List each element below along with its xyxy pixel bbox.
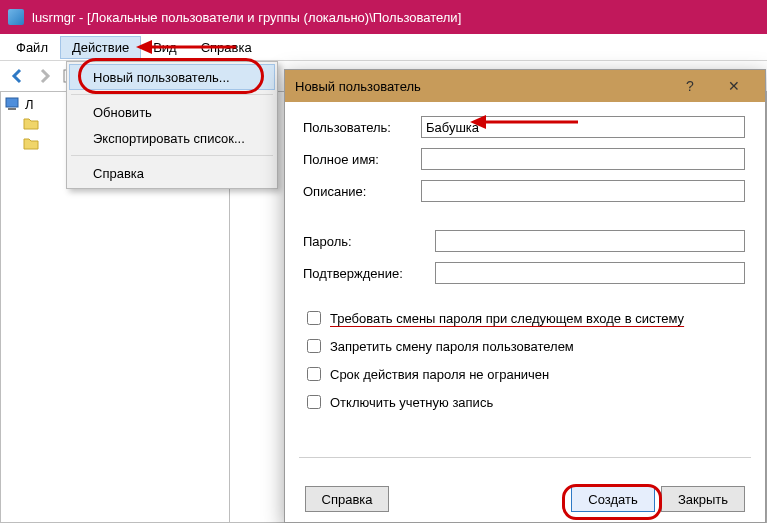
label-user: Пользователь: <box>303 120 421 135</box>
dialog-close-button[interactable]: ✕ <box>713 71 755 101</box>
dropdown-export[interactable]: Экспортировать список... <box>69 125 275 151</box>
label-fullname: Полное имя: <box>303 152 421 167</box>
confirm-field[interactable] <box>435 262 745 284</box>
computer-icon <box>5 96 21 112</box>
menu-file[interactable]: Файл <box>4 36 60 59</box>
label-description: Описание: <box>303 184 421 199</box>
new-user-dialog: Новый пользователь ? ✕ Пользователь: Пол… <box>284 69 766 523</box>
menu-help[interactable]: Справка <box>189 36 264 59</box>
app-icon <box>8 9 24 25</box>
dropdown-help[interactable]: Справка <box>69 160 275 186</box>
menu-action[interactable]: Действие <box>60 36 141 59</box>
dropdown-separator <box>71 155 273 156</box>
dialog-help-button[interactable]: ? <box>669 71 711 101</box>
svg-rect-4 <box>6 98 18 107</box>
folder-icon <box>23 116 39 132</box>
chk-cannot-change[interactable] <box>307 339 321 353</box>
window-title: lusrmgr - [Локальные пользователи и груп… <box>32 10 461 25</box>
label-confirm: Подтверждение: <box>303 266 435 281</box>
chk-cannot-change-label: Запретить смену пароля пользователем <box>330 339 574 354</box>
dropdown-new-user[interactable]: Новый пользователь... <box>69 64 275 90</box>
create-button[interactable]: Создать <box>571 486 655 512</box>
dropdown-refresh[interactable]: Обновить <box>69 99 275 125</box>
forward-button[interactable] <box>34 66 54 86</box>
chk-disabled[interactable] <box>307 395 321 409</box>
dropdown-separator <box>71 94 273 95</box>
chk-must-change-label: Требовать смены пароля при следующем вхо… <box>330 311 684 326</box>
dialog-separator <box>299 457 751 458</box>
back-button[interactable] <box>8 66 28 86</box>
svg-rect-5 <box>8 108 16 110</box>
action-dropdown: Новый пользователь... Обновить Экспортир… <box>66 61 278 189</box>
window-titlebar: lusrmgr - [Локальные пользователи и груп… <box>0 0 767 34</box>
password-field[interactable] <box>435 230 745 252</box>
menu-view[interactable]: Вид <box>141 36 189 59</box>
dialog-titlebar: Новый пользователь ? ✕ <box>285 70 765 102</box>
fullname-field[interactable] <box>421 148 745 170</box>
user-field[interactable] <box>421 116 745 138</box>
folder-icon <box>23 136 39 152</box>
chk-never-expires-label: Срок действия пароля не ограничен <box>330 367 549 382</box>
tree-root-label: Л <box>25 97 34 112</box>
arrow-right-icon <box>36 68 52 84</box>
dialog-title: Новый пользователь <box>295 79 421 94</box>
chk-must-change[interactable] <box>307 311 321 325</box>
help-button[interactable]: Справка <box>305 486 389 512</box>
label-password: Пароль: <box>303 234 435 249</box>
close-button[interactable]: Закрыть <box>661 486 745 512</box>
description-field[interactable] <box>421 180 745 202</box>
arrow-left-icon <box>10 68 26 84</box>
chk-never-expires[interactable] <box>307 367 321 381</box>
chk-disabled-label: Отключить учетную запись <box>330 395 493 410</box>
menubar: Файл Действие Вид Справка <box>0 34 767 61</box>
